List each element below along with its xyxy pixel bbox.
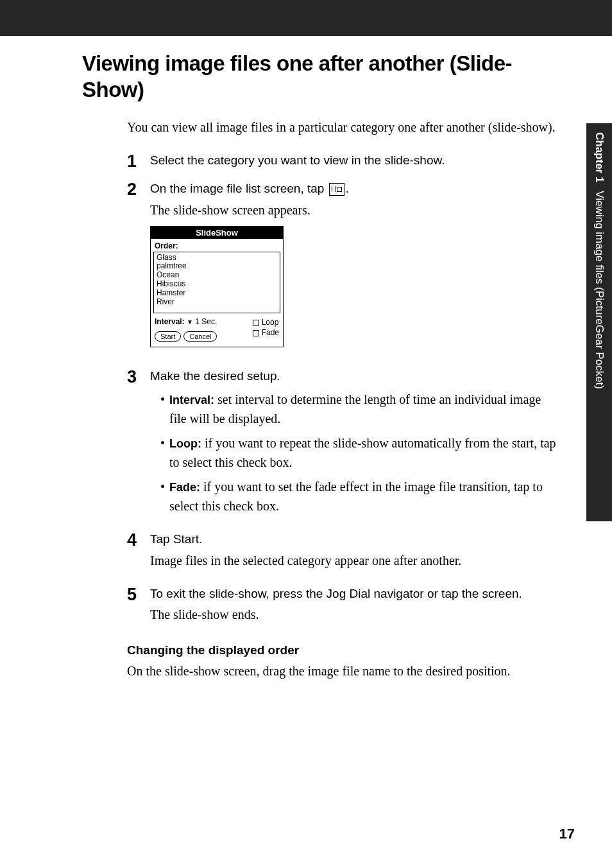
cancel-button[interactable]: Cancel <box>183 331 217 342</box>
step-1: 1 Select the category you want to view i… <box>127 152 561 172</box>
page-title: Viewing image files one after another (S… <box>82 50 561 103</box>
step-number: 5 <box>127 586 150 631</box>
step-sub: The slide-show screen appears. <box>150 200 561 220</box>
list-item[interactable]: palmtree <box>157 262 277 271</box>
bullet-interval: • Interval: set interval to determine th… <box>160 390 561 428</box>
step-sub: The slide-show ends. <box>150 605 561 624</box>
top-black-bar <box>0 0 612 36</box>
list-item[interactable]: Ocean <box>157 271 277 280</box>
step-instruction: To exit the slide-show, press the Jog Di… <box>150 586 561 603</box>
chapter-label: Chapter 1 <box>593 132 606 182</box>
step-instruction: Make the desired setup. <box>150 368 561 385</box>
step-instruction: Tap Start. <box>150 531 561 548</box>
page-number: 17 <box>559 826 575 842</box>
bullet-fade: • Fade: if you want to set the fade effe… <box>160 477 561 516</box>
bullet-label: Loop: <box>169 437 201 450</box>
loop-checkbox-row[interactable]: Loop <box>253 317 279 328</box>
intro-paragraph: You can view all image files in a partic… <box>127 117 561 137</box>
loop-label: Loop <box>262 318 279 327</box>
dropdown-icon[interactable]: ▼ <box>187 318 193 326</box>
list-item[interactable]: Glass <box>157 254 277 263</box>
step-4: 4 Tap Start. Image files in the selected… <box>127 531 561 577</box>
ss-interval-label: Interval: <box>155 317 185 326</box>
bullet-label: Fade: <box>169 481 200 494</box>
step-instruction: Select the category you want to view in … <box>150 152 561 169</box>
list-item[interactable]: River <box>157 298 277 307</box>
step-3: 3 Make the desired setup. • Interval: se… <box>127 368 561 523</box>
list-item[interactable]: Hibiscus <box>157 280 277 289</box>
instruction-pre: On the image file list screen, tap <box>150 182 328 195</box>
bullet-text: set interval to determine the length of … <box>169 392 541 426</box>
chapter-side-tab: Chapter 1 Viewing image files (PictureGe… <box>586 123 612 521</box>
bullet-text: if you want to repeat the slide-show aut… <box>169 436 556 469</box>
ss-title: SlideShow <box>151 227 283 239</box>
sub-heading: Changing the displayed order <box>127 643 561 657</box>
body-text: On the slide-show screen, drag the image… <box>127 661 561 681</box>
ss-interval-value: 1 Sec. <box>195 317 217 326</box>
ss-order-label: Order: <box>151 239 283 252</box>
slideshow-icon <box>329 183 344 196</box>
instruction-post: . <box>346 182 349 195</box>
step-number: 1 <box>127 152 150 172</box>
ss-interval[interactable]: Interval: ▼ 1 Sec. <box>155 317 217 326</box>
bullet-text: if you want to set the fade effect in th… <box>169 480 543 513</box>
step-sub: Image files in the selected category app… <box>150 551 561 570</box>
list-item[interactable]: Hamster <box>157 289 277 298</box>
bullet-label: Interval: <box>169 394 214 406</box>
fade-checkbox-row[interactable]: Fade <box>253 327 279 338</box>
step-number: 4 <box>127 531 150 577</box>
start-button[interactable]: Start <box>155 331 181 342</box>
slideshow-screenshot: SlideShow Order: Glass palmtree Ocean Hi… <box>150 226 284 347</box>
step-5: 5 To exit the slide-show, press the Jog … <box>127 586 561 631</box>
step-number: 2 <box>127 180 150 359</box>
checkbox-icon[interactable] <box>253 330 259 336</box>
checkbox-icon[interactable] <box>253 320 259 326</box>
step-instruction: On the image file list screen, tap . <box>150 180 561 198</box>
bullet-loop: • Loop: if you want to repeat the slide-… <box>160 433 561 472</box>
chapter-text: Viewing image files (PictureGear Pocket) <box>593 191 606 389</box>
fade-label: Fade <box>262 328 279 337</box>
ss-order-list[interactable]: Glass palmtree Ocean Hibiscus Hamster Ri… <box>153 252 280 313</box>
step-2: 2 On the image file list screen, tap . T… <box>127 180 561 359</box>
step-number: 3 <box>127 368 150 523</box>
